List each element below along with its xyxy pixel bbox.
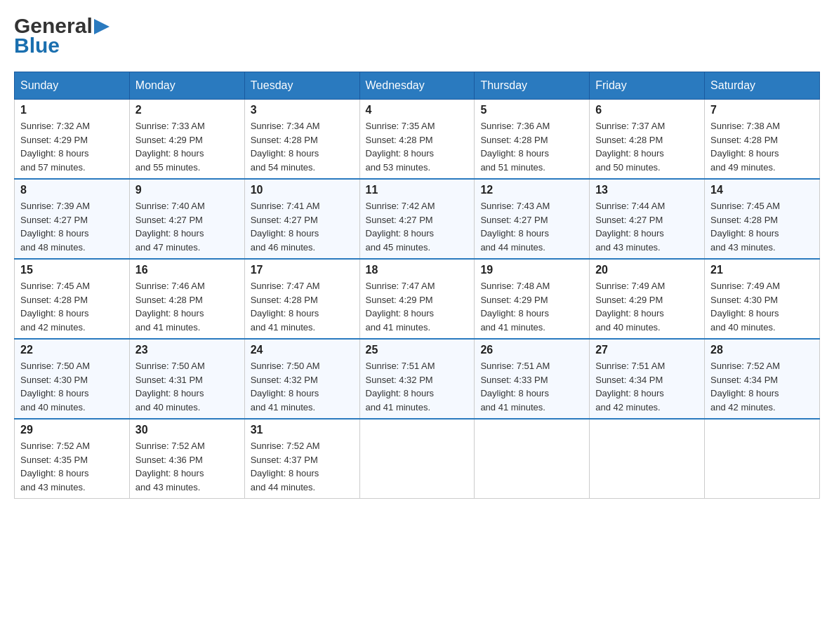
day-number: 29 xyxy=(20,424,124,436)
day-info: Sunrise: 7:46 AMSunset: 4:28 PMDaylight:… xyxy=(135,279,239,334)
day-number: 19 xyxy=(480,264,583,276)
empty-cell xyxy=(590,419,705,499)
calendar-day-11: 11Sunrise: 7:42 AMSunset: 4:27 PMDayligh… xyxy=(359,179,475,259)
day-info: Sunrise: 7:50 AMSunset: 4:31 PMDaylight:… xyxy=(135,359,239,414)
day-info: Sunrise: 7:43 AMSunset: 4:27 PMDaylight:… xyxy=(480,199,583,254)
weekday-header-saturday: Saturday xyxy=(705,72,820,100)
calendar-day-15: 15Sunrise: 7:45 AMSunset: 4:28 PMDayligh… xyxy=(15,259,130,339)
day-number: 26 xyxy=(480,344,583,356)
calendar-week-1: 1Sunrise: 7:32 AMSunset: 4:29 PMDaylight… xyxy=(15,100,820,180)
calendar-day-19: 19Sunrise: 7:48 AMSunset: 4:29 PMDayligh… xyxy=(475,259,590,339)
day-info: Sunrise: 7:47 AMSunset: 4:29 PMDaylight:… xyxy=(366,279,469,334)
day-info: Sunrise: 7:42 AMSunset: 4:27 PMDaylight:… xyxy=(366,199,469,254)
day-info: Sunrise: 7:40 AMSunset: 4:27 PMDaylight:… xyxy=(135,199,239,254)
empty-cell xyxy=(475,419,590,499)
weekday-header-friday: Friday xyxy=(590,72,705,100)
day-info: Sunrise: 7:38 AMSunset: 4:28 PMDaylight:… xyxy=(710,119,814,174)
day-info: Sunrise: 7:51 AMSunset: 4:32 PMDaylight:… xyxy=(366,359,469,414)
calendar-day-21: 21Sunrise: 7:49 AMSunset: 4:30 PMDayligh… xyxy=(705,259,820,339)
day-info: Sunrise: 7:51 AMSunset: 4:33 PMDaylight:… xyxy=(480,359,583,414)
day-number: 21 xyxy=(710,264,814,276)
day-info: Sunrise: 7:52 AMSunset: 4:37 PMDaylight:… xyxy=(251,439,354,494)
day-number: 7 xyxy=(710,104,814,116)
day-info: Sunrise: 7:44 AMSunset: 4:27 PMDaylight:… xyxy=(595,199,699,254)
day-info: Sunrise: 7:52 AMSunset: 4:35 PMDaylight:… xyxy=(20,439,124,494)
weekday-header-sunday: Sunday xyxy=(15,72,130,100)
svg-marker-0 xyxy=(94,19,110,34)
weekday-header-thursday: Thursday xyxy=(475,72,590,100)
calendar-day-29: 29Sunrise: 7:52 AMSunset: 4:35 PMDayligh… xyxy=(15,419,130,499)
calendar-day-17: 17Sunrise: 7:47 AMSunset: 4:28 PMDayligh… xyxy=(244,259,359,339)
calendar-day-9: 9Sunrise: 7:40 AMSunset: 4:27 PMDaylight… xyxy=(129,179,244,259)
day-info: Sunrise: 7:37 AMSunset: 4:28 PMDaylight:… xyxy=(595,119,699,174)
calendar-day-20: 20Sunrise: 7:49 AMSunset: 4:29 PMDayligh… xyxy=(590,259,705,339)
day-number: 27 xyxy=(595,344,699,356)
weekday-header-row: SundayMondayTuesdayWednesdayThursdayFrid… xyxy=(15,72,820,100)
day-number: 1 xyxy=(20,104,124,116)
calendar-day-6: 6Sunrise: 7:37 AMSunset: 4:28 PMDaylight… xyxy=(590,100,705,180)
empty-cell xyxy=(705,419,820,499)
day-number: 14 xyxy=(710,184,814,196)
day-number: 11 xyxy=(366,184,469,196)
day-number: 16 xyxy=(135,264,239,276)
day-number: 20 xyxy=(595,264,699,276)
calendar-day-23: 23Sunrise: 7:50 AMSunset: 4:31 PMDayligh… xyxy=(129,339,244,419)
calendar-day-10: 10Sunrise: 7:41 AMSunset: 4:27 PMDayligh… xyxy=(244,179,359,259)
day-info: Sunrise: 7:52 AMSunset: 4:36 PMDaylight:… xyxy=(135,439,239,494)
day-number: 3 xyxy=(251,104,354,116)
calendar-day-24: 24Sunrise: 7:50 AMSunset: 4:32 PMDayligh… xyxy=(244,339,359,419)
day-info: Sunrise: 7:48 AMSunset: 4:29 PMDaylight:… xyxy=(480,279,583,334)
day-info: Sunrise: 7:51 AMSunset: 4:34 PMDaylight:… xyxy=(595,359,699,414)
day-number: 13 xyxy=(595,184,699,196)
day-number: 8 xyxy=(20,184,124,196)
calendar-day-25: 25Sunrise: 7:51 AMSunset: 4:32 PMDayligh… xyxy=(359,339,475,419)
day-number: 10 xyxy=(251,184,354,196)
day-number: 25 xyxy=(366,344,469,356)
day-info: Sunrise: 7:41 AMSunset: 4:27 PMDaylight:… xyxy=(251,199,354,254)
calendar-day-8: 8Sunrise: 7:39 AMSunset: 4:27 PMDaylight… xyxy=(15,179,130,259)
weekday-header-tuesday: Tuesday xyxy=(244,72,359,100)
day-info: Sunrise: 7:36 AMSunset: 4:28 PMDaylight:… xyxy=(480,119,583,174)
day-info: Sunrise: 7:33 AMSunset: 4:29 PMDaylight:… xyxy=(135,119,239,174)
day-number: 4 xyxy=(366,104,469,116)
calendar-week-4: 22Sunrise: 7:50 AMSunset: 4:30 PMDayligh… xyxy=(15,339,820,419)
calendar-table: SundayMondayTuesdayWednesdayThursdayFrid… xyxy=(14,72,820,499)
calendar-day-7: 7Sunrise: 7:38 AMSunset: 4:28 PMDaylight… xyxy=(705,100,820,180)
day-number: 22 xyxy=(20,344,124,356)
day-number: 30 xyxy=(135,424,239,436)
empty-cell xyxy=(359,419,475,499)
day-number: 15 xyxy=(20,264,124,276)
day-number: 18 xyxy=(366,264,469,276)
calendar-day-1: 1Sunrise: 7:32 AMSunset: 4:29 PMDaylight… xyxy=(15,100,130,180)
day-info: Sunrise: 7:47 AMSunset: 4:28 PMDaylight:… xyxy=(251,279,354,334)
calendar-day-4: 4Sunrise: 7:35 AMSunset: 4:28 PMDaylight… xyxy=(359,100,475,180)
calendar-week-5: 29Sunrise: 7:52 AMSunset: 4:35 PMDayligh… xyxy=(15,419,820,499)
day-number: 24 xyxy=(251,344,354,356)
calendar-day-5: 5Sunrise: 7:36 AMSunset: 4:28 PMDaylight… xyxy=(475,100,590,180)
day-number: 12 xyxy=(480,184,583,196)
calendar-day-27: 27Sunrise: 7:51 AMSunset: 4:34 PMDayligh… xyxy=(590,339,705,419)
day-number: 28 xyxy=(710,344,814,356)
calendar-day-12: 12Sunrise: 7:43 AMSunset: 4:27 PMDayligh… xyxy=(475,179,590,259)
logo-triangle-icon xyxy=(94,19,110,34)
calendar-day-26: 26Sunrise: 7:51 AMSunset: 4:33 PMDayligh… xyxy=(475,339,590,419)
day-info: Sunrise: 7:50 AMSunset: 4:30 PMDaylight:… xyxy=(20,359,124,414)
calendar-day-22: 22Sunrise: 7:50 AMSunset: 4:30 PMDayligh… xyxy=(15,339,130,419)
day-number: 5 xyxy=(480,104,583,116)
calendar-day-2: 2Sunrise: 7:33 AMSunset: 4:29 PMDaylight… xyxy=(129,100,244,180)
day-info: Sunrise: 7:49 AMSunset: 4:30 PMDaylight:… xyxy=(710,279,814,334)
day-info: Sunrise: 7:45 AMSunset: 4:28 PMDaylight:… xyxy=(20,279,124,334)
calendar-day-14: 14Sunrise: 7:45 AMSunset: 4:28 PMDayligh… xyxy=(705,179,820,259)
day-number: 2 xyxy=(135,104,239,116)
day-number: 23 xyxy=(135,344,239,356)
weekday-header-monday: Monday xyxy=(129,72,244,100)
day-info: Sunrise: 7:45 AMSunset: 4:28 PMDaylight:… xyxy=(710,199,814,254)
day-number: 31 xyxy=(251,424,354,436)
day-info: Sunrise: 7:52 AMSunset: 4:34 PMDaylight:… xyxy=(710,359,814,414)
calendar-day-3: 3Sunrise: 7:34 AMSunset: 4:28 PMDaylight… xyxy=(244,100,359,180)
day-number: 17 xyxy=(251,264,354,276)
logo-blue-text: Blue xyxy=(14,34,110,58)
day-info: Sunrise: 7:49 AMSunset: 4:29 PMDaylight:… xyxy=(595,279,699,334)
day-number: 6 xyxy=(595,104,699,116)
calendar-day-31: 31Sunrise: 7:52 AMSunset: 4:37 PMDayligh… xyxy=(244,419,359,499)
